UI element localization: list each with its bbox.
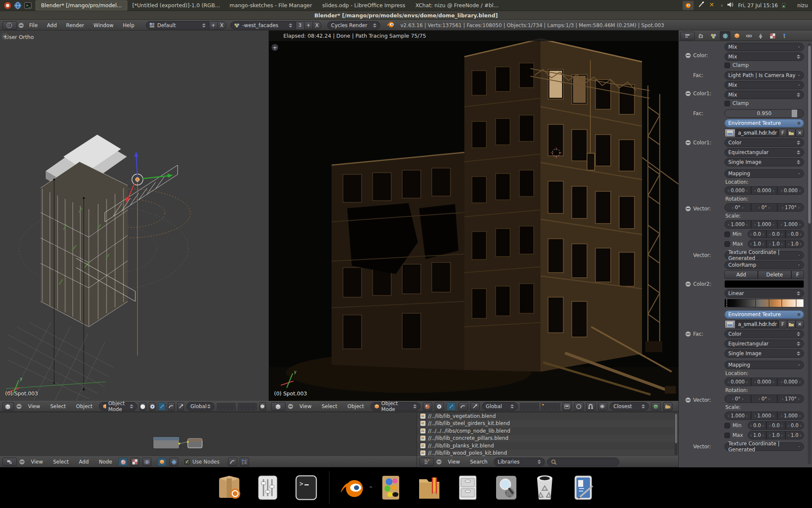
proportional-edit-icon[interactable]: [574, 402, 584, 411]
env2-channel-select[interactable]: Color: [724, 330, 804, 338]
layer-buttons-2[interactable]: [520, 403, 560, 410]
menu-select[interactable]: Select: [47, 403, 70, 409]
menu-select[interactable]: Select: [318, 403, 341, 409]
collapse-icon[interactable]: [686, 206, 691, 211]
library-file-row[interactable]: //../lib/lib_planks_kit.blend: [417, 442, 678, 450]
tab-texture-icon[interactable]: [767, 31, 778, 40]
terminal-mini-icon[interactable]: >_: [24, 1, 32, 10]
properties-scrollbar[interactable]: [808, 43, 811, 464]
editor-type-selector-nodes[interactable]: [3, 458, 17, 466]
menu-window[interactable]: Window: [90, 22, 117, 28]
env1-node-menu[interactable]: Environment Texture: [724, 119, 804, 127]
node-editor-canvas[interactable]: [0, 412, 417, 456]
editor-type-selector-3d[interactable]: [3, 402, 14, 411]
window-titlebar[interactable]: Blender* [/mango/pro/models/envs/dome/do…: [0, 11, 812, 20]
color-blend-select[interactable]: Mix: [724, 52, 804, 61]
library-file-row[interactable]: //../lib/lib_steel_girders_kit.blend: [417, 420, 678, 428]
header-collapse-icon[interactable]: [288, 404, 293, 409]
colorramp-node-menu[interactable]: ColorRamp: [724, 261, 804, 269]
menu-view[interactable]: View: [27, 459, 47, 465]
scene-users-count[interactable]: 3: [296, 21, 304, 30]
dock-trash-icon[interactable]: [529, 472, 560, 503]
viewport-3d-wireframe[interactable]: y User Ortho + (0) Spot.003: [0, 30, 269, 401]
manipulator-scale-icon[interactable]: [177, 402, 184, 411]
close-scene-button[interactable]: X: [313, 21, 321, 30]
mode-selector-2[interactable]: Object Mode: [370, 402, 420, 411]
env1-channel-select[interactable]: Color: [724, 138, 804, 147]
tab-physics-icon[interactable]: [779, 31, 790, 40]
menu-select[interactable]: Select: [49, 459, 72, 465]
task-window-image[interactable]: [*Untitled (exported)]-1.0 (RGB...: [127, 0, 225, 11]
collapse-icon[interactable]: [686, 398, 691, 403]
env1-image-name[interactable]: a_small.hdr.hdr: [735, 129, 779, 137]
outliner-display-mode[interactable]: Libraries: [494, 458, 545, 466]
texcoord2-menu[interactable]: Texture Coordinate | Generated: [724, 442, 804, 451]
map1-max-checkbox[interactable]: [724, 241, 730, 247]
collapse-icon[interactable]: [686, 331, 691, 337]
fac-lightpath-menu[interactable]: Light Path | Is Camera Ray: [724, 71, 804, 80]
map2-scale-fields[interactable]: ‹1.000› ‹1.000› ‹1.000›: [724, 411, 804, 420]
ramp-interpolation-select[interactable]: Linear: [724, 289, 804, 298]
color-clamp-toggle[interactable]: Clamp: [724, 62, 804, 68]
tablet-pen-icon[interactable]: [698, 1, 705, 9]
ramp-add-button[interactable]: Add: [724, 271, 758, 279]
task-window-blender[interactable]: Blender* [/mango/pro/model...: [36, 0, 127, 11]
dock-archive-manager-icon[interactable]: [452, 472, 483, 503]
manipulator-translate-icon-2[interactable]: [447, 402, 456, 411]
header-collapse-icon[interactable]: [19, 459, 25, 464]
snap-element-icon[interactable]: [598, 402, 607, 411]
screen-layout-selector[interactable]: Default: [146, 21, 209, 30]
layer-buttons[interactable]: [217, 403, 257, 410]
library-file-row[interactable]: //../lib/lib_wood_poles_kit.blend: [417, 450, 678, 457]
env1-open-image-button[interactable]: [787, 129, 796, 137]
menu-help[interactable]: Help: [119, 22, 138, 28]
render-opengl-icon[interactable]: [651, 402, 661, 411]
compositing-nodes-icon[interactable]: [142, 458, 151, 466]
map1-node-menu[interactable]: Mapping: [724, 169, 804, 178]
close-layout-button[interactable]: X: [218, 21, 226, 30]
color1-node-menu[interactable]: Mix: [724, 81, 804, 89]
menu-view[interactable]: View: [444, 459, 464, 465]
editor-type-selector-outliner[interactable]: [420, 458, 434, 466]
color1-blend-select[interactable]: Mix: [724, 91, 804, 99]
env2-image-name[interactable]: a_small.hdr.hdr: [735, 320, 779, 329]
lock-to-scene-icon[interactable]: [259, 402, 266, 411]
menu-file[interactable]: File: [25, 22, 41, 28]
manipulator-translate-icon[interactable]: [158, 402, 165, 411]
ramp-active-color-swatch[interactable]: [724, 280, 804, 288]
map2-min-fields[interactable]: ‹0.0› ‹0.0› ‹0.0›: [748, 421, 804, 430]
manipulator-rotate-icon-2[interactable]: [458, 402, 468, 411]
map2-node-menu[interactable]: Mapping: [724, 361, 804, 369]
collapse-icon[interactable]: [686, 282, 691, 287]
tab-object-icon[interactable]: [732, 31, 742, 40]
object-shader-icon[interactable]: [157, 458, 167, 466]
env1-unlink-button[interactable]: ✕: [796, 129, 804, 137]
task-window-filemanager[interactable]: mango-sketches - File Manager: [225, 0, 317, 11]
region-toggle-plus-left[interactable]: +: [2, 33, 8, 40]
pivot-point-selector[interactable]: [149, 402, 156, 411]
dock-audio-mixer-icon[interactable]: [252, 472, 283, 503]
image-datablock-icon[interactable]: [724, 320, 735, 329]
outliner-scrollbar[interactable]: [675, 413, 678, 455]
header-collapse-icon[interactable]: [436, 459, 442, 464]
transform-orientation-selector[interactable]: Global: [187, 402, 214, 411]
dock-package-manager-icon[interactable]: [214, 472, 245, 503]
clock[interactable]: Fri, 27 Jul 15:16: [738, 3, 778, 8]
map2-location-fields[interactable]: ‹0.000› ‹0.000› ‹0.000›: [724, 378, 804, 386]
env2-unlink-button[interactable]: ✕: [796, 320, 804, 329]
ramp-fake-user-button[interactable]: F: [791, 271, 804, 279]
menu-view[interactable]: View: [24, 403, 44, 409]
use-nodes-toggle[interactable]: Use Nodes: [184, 459, 219, 465]
menu-search[interactable]: Search: [466, 459, 491, 465]
texture-nodes-icon[interactable]: [130, 458, 140, 466]
dock-blender-icon[interactable]: ^: [337, 472, 368, 503]
env1-source-select[interactable]: Single Image: [724, 158, 804, 166]
collapse-icon[interactable]: [686, 53, 691, 58]
env1-fake-user-button[interactable]: F: [779, 129, 787, 137]
library-file-row[interactable]: //../lib/lib_concrete_pillars.blend: [417, 435, 678, 442]
volume-icon[interactable]: [727, 2, 734, 9]
colorramp-gradient[interactable]: [724, 299, 804, 307]
render-display-icon[interactable]: [562, 402, 572, 411]
menu-object[interactable]: Object: [72, 403, 96, 409]
render-camera-icon[interactable]: [663, 402, 672, 411]
